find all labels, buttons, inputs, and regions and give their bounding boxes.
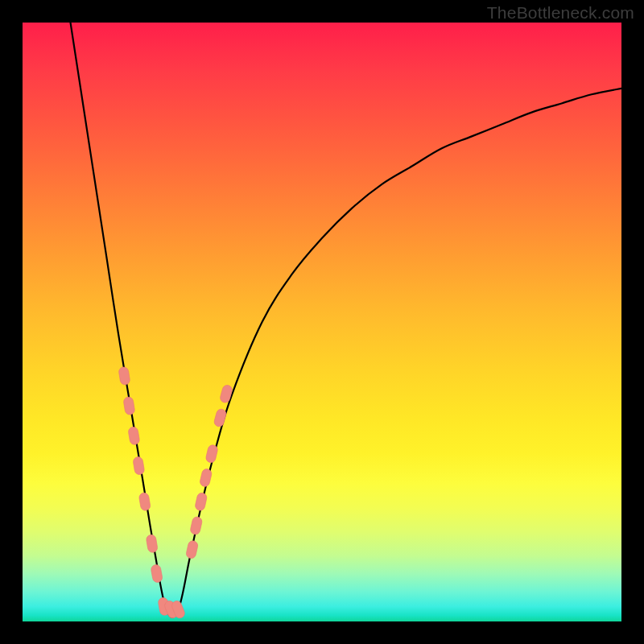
curve-marker [151, 564, 163, 584]
curve-marker [194, 492, 207, 511]
chart-svg [23, 23, 621, 621]
marker-layer [118, 366, 233, 619]
curve-marker [199, 468, 213, 487]
curve-marker [118, 366, 130, 386]
bottleneck-curve [71, 23, 621, 617]
curve-marker [146, 534, 158, 553]
curve-marker [123, 396, 135, 415]
curve-marker [219, 384, 233, 403]
curve-marker [190, 516, 203, 535]
curve-marker [213, 408, 227, 427]
curve-marker [185, 540, 198, 559]
curve-marker [133, 456, 145, 476]
curve-marker [138, 492, 151, 511]
chart-frame: TheBottleneck.com [0, 0, 644, 644]
curve-marker [205, 444, 219, 464]
curve-marker [128, 427, 140, 446]
watermark-text: TheBottleneck.com [487, 3, 634, 23]
plot-area [23, 23, 621, 621]
curve-layer [71, 23, 621, 617]
